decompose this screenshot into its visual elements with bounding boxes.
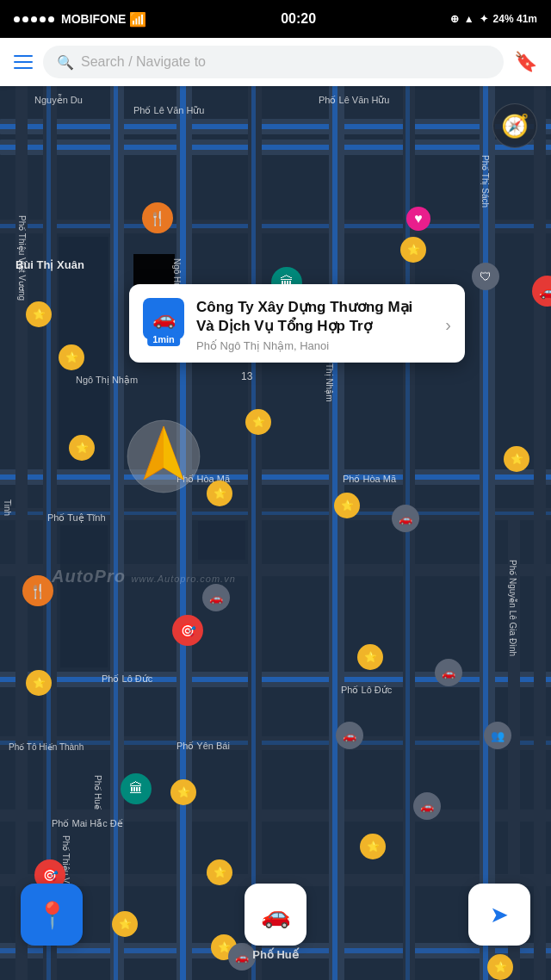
brand-url: www.Autopro.com.vn (131, 574, 235, 584)
svg-rect-24 (114, 86, 118, 980)
marker-pink-1[interactable]: ♥ (406, 207, 430, 231)
svg-rect-16 (0, 809, 551, 822)
nav-card-title: Công Ty Xây Dựng Thương Mại Và Dịch Vụ T… (196, 298, 433, 336)
carrier-label: MOBIFONE (61, 12, 126, 26)
marker-restaurant-2[interactable]: 🍴 (22, 575, 53, 606)
hamburger-button[interactable] (14, 55, 33, 69)
svg-rect-20 (15, 86, 28, 980)
marker-poi-2[interactable]: ⭐ (26, 301, 52, 327)
search-bar: 🔍 Search / Navigate to 🔖 (0, 38, 551, 86)
svg-rect-35 (534, 86, 546, 980)
marker-car-3[interactable]: 🚗 (435, 659, 462, 686)
pho-hue-label: Phố Huế (252, 948, 299, 961)
location-icon: 📍 (36, 900, 68, 930)
marker-poi-16[interactable]: ⭐ (207, 481, 232, 506)
brand-name: AutoPro (52, 567, 126, 586)
marker-museum-2[interactable]: 🏛 (121, 773, 152, 804)
car-icon: 🚗 (152, 307, 176, 330)
marker-restaurant-1[interactable]: 🍴 (142, 202, 173, 233)
svg-rect-2 (0, 124, 551, 129)
wifi-icon: 📶 (129, 11, 146, 28)
navigate-icon: ➤ (490, 902, 509, 928)
svg-rect-6 (0, 224, 551, 228)
marker-poi-8[interactable]: ⭐ (357, 644, 383, 670)
status-bar: MOBIFONE 📶 00:20 ⊕ ▲ ✦ 24% 41m (0, 0, 551, 38)
svg-rect-22 (46, 86, 51, 980)
marker-car-1[interactable]: 🚗 (392, 505, 419, 532)
marker-poi-5[interactable]: ⭐ (69, 435, 95, 461)
svg-rect-38 (60, 525, 108, 667)
marker-poi-15[interactable]: ⭐ (487, 954, 513, 980)
marker-poi-9[interactable]: ⭐ (26, 670, 52, 696)
marker-shield[interactable]: 🛡 (472, 263, 499, 290)
bluetooth-icon: ✦ (480, 13, 488, 25)
svg-rect-34 (483, 86, 488, 980)
svg-rect-39 (198, 521, 245, 560)
search-icon: 🔍 (57, 54, 74, 71)
status-right: ⊕ ▲ ✦ 24% 41m (450, 13, 537, 25)
marker-car-5[interactable]: 🚗 (413, 792, 441, 820)
battery-label: 24% 41m (493, 13, 537, 25)
traffic-button[interactable]: 🚗 (245, 884, 306, 946)
nav-card-content: Công Ty Xây Dựng Thương Mại Và Dịch Vụ T… (196, 298, 433, 352)
marker-poi-7[interactable]: ⭐ (334, 493, 360, 518)
svg-rect-13 (0, 677, 551, 682)
marker-poi-6[interactable]: ⭐ (504, 446, 529, 472)
autopro-watermark: AutoPro www.Autopro.com.vn (52, 567, 236, 586)
bookmark-icon[interactable]: 🔖 (514, 51, 537, 73)
status-left: MOBIFONE 📶 (14, 11, 146, 28)
nav-card[interactable]: 🚗 1min Công Ty Xây Dựng Thương Mại Và Dị… (129, 284, 465, 363)
search-input-wrap[interactable]: 🔍 Search / Navigate to (43, 46, 504, 78)
time-label: 00:20 (281, 11, 316, 27)
marker-people[interactable]: 👥 (484, 722, 511, 749)
marker-poi-3[interactable]: ⭐ (59, 344, 84, 370)
signal-dots (14, 16, 54, 22)
nav-card-icon: 🚗 1min (143, 298, 184, 339)
marker-poi-10[interactable]: ⭐ (170, 779, 196, 805)
marker-car-6[interactable]: 🚗 (228, 943, 256, 971)
marker-poi-4[interactable]: ⭐ (245, 409, 271, 435)
nav-card-subtitle: Phố Ngô Thị Nhậm, Hanoi (196, 339, 433, 352)
map-roads (0, 86, 551, 980)
svg-rect-4 (0, 145, 551, 150)
nav-card-time: 1min (147, 332, 180, 346)
traffic-icon: 🚗 (261, 901, 291, 929)
svg-rect-15 (0, 741, 551, 745)
marker-poi-12[interactable]: ⭐ (207, 859, 232, 885)
svg-rect-28 (251, 86, 256, 980)
bottom-bar: 📍 🚗 ➤ (0, 884, 551, 946)
search-placeholder: Search / Navigate to (81, 54, 206, 70)
arrow-icon: ▲ (464, 13, 474, 25)
marker-car-4[interactable]: 🚗 (336, 722, 363, 749)
location-icon: ⊕ (450, 13, 459, 25)
marker-poi-1[interactable]: ⭐ (400, 237, 426, 263)
map-area[interactable]: 🧭 Nguyễn Du Phố Lê Văn Hữu Phố Lê Văn Hữ… (0, 86, 551, 980)
svg-rect-10 (0, 512, 551, 515)
gps-arrow (125, 418, 202, 495)
svg-rect-26 (180, 86, 186, 980)
compass[interactable]: 🧭 (492, 103, 537, 148)
svg-rect-8 (0, 474, 551, 480)
compass-icon: 🧭 (501, 113, 529, 140)
nav-card-arrow[interactable]: › (445, 315, 451, 335)
marker-red-2[interactable]: 🎯 (172, 615, 203, 646)
svg-rect-30 (332, 86, 337, 980)
marker-poi-11[interactable]: ⭐ (360, 834, 386, 859)
location-button[interactable]: 📍 (21, 884, 83, 946)
marker-car-2[interactable]: 🚗 (202, 584, 230, 611)
navigate-button[interactable]: ➤ (468, 884, 530, 946)
